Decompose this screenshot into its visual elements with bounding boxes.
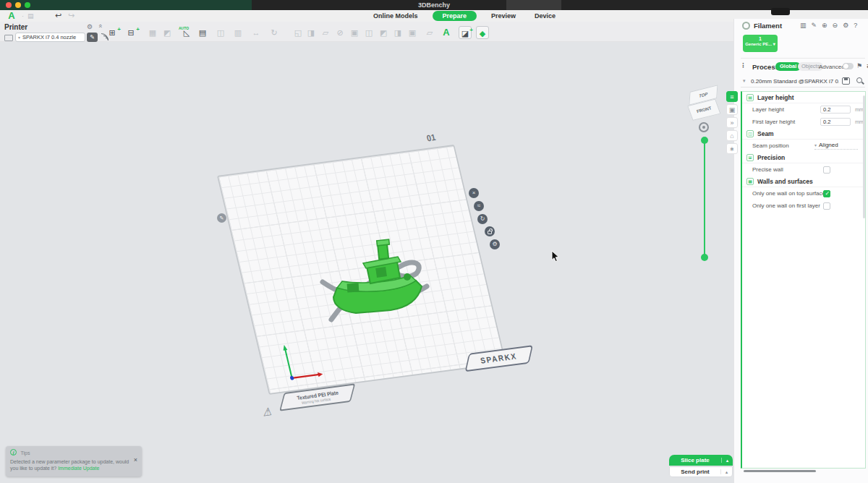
filament-chip[interactable]: 1 Generic PE... ▾ bbox=[743, 35, 778, 52]
process-sliders-icon: ⫶ bbox=[742, 62, 744, 70]
section-seam: ◫ Seam bbox=[742, 128, 865, 140]
view-cube[interactable]: TOP FRONT bbox=[682, 82, 731, 129]
ruler-icon: ▱ bbox=[427, 28, 433, 37]
immediate-update-link[interactable]: Immediate Update bbox=[58, 466, 99, 471]
ams-sync-icon[interactable]: ▥ bbox=[800, 22, 807, 29]
layer-height-input[interactable] bbox=[820, 106, 851, 114]
slice-options-caret-icon[interactable]: ▴ bbox=[721, 458, 733, 463]
tab-support[interactable]: ⌂ bbox=[726, 130, 738, 141]
preset-caret-icon[interactable]: ▾ bbox=[743, 78, 746, 84]
precise-wall-checkbox[interactable] bbox=[823, 166, 830, 174]
lay-flat-button: ▱ bbox=[319, 26, 332, 39]
printer-select[interactable]: ▾ SPARKX i7 0.4 nozzle bbox=[15, 33, 85, 42]
notification-close-icon[interactable]: × bbox=[134, 456, 137, 463]
slice-plate-button[interactable]: Slice plate ▴ bbox=[669, 455, 733, 466]
mesh-boolean-icon: ◫ bbox=[365, 28, 373, 37]
unit-label: mm bbox=[855, 119, 864, 124]
tab-strength[interactable]: ▣ bbox=[726, 104, 738, 115]
setting-row-layer-height: Layer height mm bbox=[742, 103, 865, 116]
plate-name-edit-button[interactable]: ✎ bbox=[217, 213, 226, 223]
plate-settings-button[interactable]: ⚙ bbox=[490, 239, 500, 249]
printer-edit-button[interactable]: ✎ bbox=[87, 33, 98, 42]
preset-flag-icon[interactable]: ⚑ bbox=[856, 62, 862, 69]
plate-clean-button[interactable]: ≈ bbox=[474, 201, 484, 211]
one-wall-top-checkbox[interactable] bbox=[823, 190, 830, 197]
section-title: Layer height bbox=[757, 94, 794, 101]
setting-label: Only one wall on top surfaces bbox=[752, 190, 865, 197]
orbit-reset-icon[interactable] bbox=[699, 122, 709, 132]
plate-delete-button[interactable]: × bbox=[469, 188, 479, 198]
window-menu-button[interactable] bbox=[771, 8, 790, 15]
settings-scrollbar-horizontal[interactable] bbox=[744, 470, 816, 472]
tab-device[interactable]: Device bbox=[530, 11, 560, 21]
add-filament-icon[interactable]: ⊕ bbox=[822, 22, 827, 29]
benchy-hull bbox=[333, 239, 422, 313]
support-paint-button: ◩ bbox=[377, 26, 390, 39]
mirror-button: ◨ bbox=[305, 26, 318, 39]
filament-help-icon[interactable]: ? bbox=[854, 22, 857, 29]
preset-search-icon[interactable] bbox=[856, 77, 862, 83]
tab-prepare[interactable]: Prepare bbox=[433, 11, 477, 21]
split-objects-button: ◫ bbox=[214, 26, 227, 39]
clipping-slider-track[interactable] bbox=[704, 140, 705, 257]
add-plate-icon: ⊟ bbox=[127, 28, 134, 37]
process-extra-icons: ⚑ ⇄ bbox=[856, 62, 868, 69]
save-project-icon[interactable]: ▤ bbox=[27, 12, 34, 20]
add-plate-button[interactable]: ⊟+ bbox=[124, 26, 137, 39]
tab-online-models[interactable]: Online Models bbox=[369, 11, 422, 21]
tab-speed[interactable]: » bbox=[726, 117, 738, 128]
tab-quality[interactable]: ≡ bbox=[726, 91, 738, 102]
seam-position-select[interactable]: ▾Aligned bbox=[814, 142, 858, 150]
send-options-caret-icon[interactable]: ▴ bbox=[720, 469, 732, 474]
model-3dbenchy[interactable] bbox=[310, 202, 436, 333]
settings-scrollbar-vertical[interactable] bbox=[863, 95, 865, 218]
section-title: Precision bbox=[757, 154, 785, 161]
printer-panel-collapse-icon[interactable]: « bbox=[97, 24, 104, 27]
unit-label: mm bbox=[855, 107, 864, 112]
ruler-button: ▱ bbox=[423, 26, 436, 39]
filament-edit-icon[interactable]: ✎ bbox=[812, 22, 817, 29]
preset-save-icon[interactable] bbox=[842, 77, 850, 85]
cut-button: ⊘ bbox=[333, 26, 346, 39]
filament-spool-icon bbox=[742, 22, 750, 30]
first-layer-height-input[interactable] bbox=[820, 118, 851, 126]
plate-brand-text: SPARKX bbox=[480, 351, 518, 365]
auto-fill-button[interactable]: ◺AUTO bbox=[180, 26, 193, 39]
clipping-slider-lower-handle[interactable] bbox=[701, 254, 708, 261]
move-button: ↔ bbox=[250, 26, 263, 39]
move-icon: ↔ bbox=[252, 28, 260, 37]
plate-lock-button[interactable] bbox=[485, 226, 495, 236]
advanced-toggle[interactable] bbox=[843, 63, 854, 69]
seam-paint-button[interactable]: ◆ bbox=[476, 26, 489, 39]
redo-button[interactable]: ↪ bbox=[68, 11, 75, 20]
menu-dots-icon[interactable]: · bbox=[22, 12, 24, 20]
text-tool-button[interactable]: A bbox=[440, 26, 453, 39]
app-logo-icon[interactable]: A bbox=[6, 11, 17, 21]
tab-preview[interactable]: Preview bbox=[487, 11, 520, 21]
auto-label: AUTO bbox=[179, 22, 189, 35]
clipping-slider-upper-handle[interactable] bbox=[701, 137, 708, 144]
viewport-3d[interactable]: 01 SPARKX Textured PEI Plate Warning hot… bbox=[0, 42, 733, 483]
filament-settings-icon[interactable]: ⚙ bbox=[843, 22, 848, 29]
clean-plate-icon: ≈ bbox=[477, 202, 480, 209]
printer-settings-gear-icon[interactable]: ⚙ bbox=[87, 23, 93, 30]
filament-toolbar: ▥ ✎ ⊕ ⊖ ⚙ ? bbox=[800, 22, 857, 29]
layer-height-section-icon: ▤ bbox=[746, 94, 754, 101]
plus-badge-icon: + bbox=[136, 23, 140, 36]
auto-orient-icon: ◩ bbox=[163, 28, 171, 37]
remove-filament-icon[interactable]: ⊖ bbox=[833, 22, 838, 29]
filament-slot-number: 1 bbox=[743, 36, 778, 41]
mirror-icon: ◨ bbox=[307, 28, 315, 37]
plate-auto-orient-button[interactable]: ↻ bbox=[477, 214, 488, 224]
setting-row-seam-position: Seam position ▾Aligned bbox=[742, 140, 865, 152]
tab-others[interactable]: ∗ bbox=[726, 143, 738, 154]
undo-button[interactable]: ↩ bbox=[55, 11, 61, 20]
preset-select[interactable]: 0.20mm Standard @SPARKX i7 0.4 no... bbox=[751, 78, 839, 85]
variable-layer-height-button[interactable]: ▤ bbox=[196, 26, 209, 39]
wifi-icon[interactable] bbox=[101, 33, 109, 40]
select-caret-icon: ▾ bbox=[18, 35, 20, 40]
send-print-button[interactable]: Send print ▴ bbox=[669, 466, 733, 477]
one-wall-first-layer-checkbox[interactable] bbox=[823, 202, 830, 210]
rotate-button: ↻ bbox=[268, 26, 281, 39]
color-paint-button[interactable]: ◪+ bbox=[459, 26, 472, 39]
